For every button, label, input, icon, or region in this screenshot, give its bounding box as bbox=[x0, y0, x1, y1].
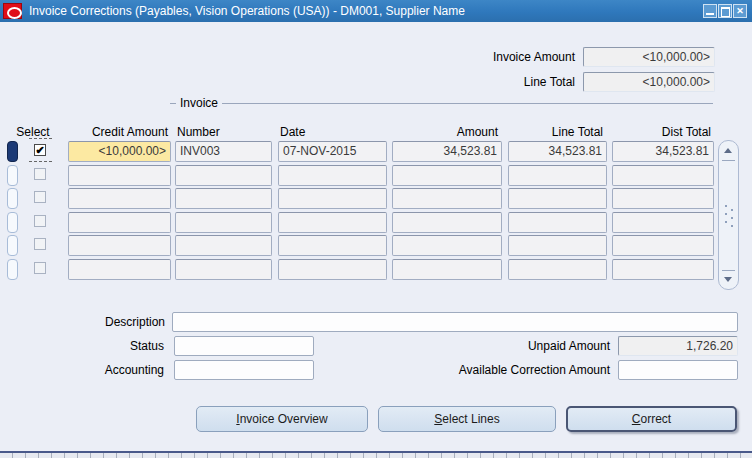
amount-cell[interactable] bbox=[392, 165, 502, 186]
scrollbar-thumb-grip[interactable] bbox=[728, 215, 730, 217]
column-header-date: Date bbox=[280, 125, 305, 139]
select-checkbox[interactable] bbox=[34, 191, 46, 203]
record-indicator[interactable] bbox=[7, 212, 18, 233]
dist-total-cell[interactable] bbox=[612, 259, 714, 280]
line-total-cell[interactable] bbox=[508, 188, 607, 209]
table-row bbox=[0, 165, 752, 187]
invoice-corrections-window: Invoice Corrections (Payables, Vision Op… bbox=[0, 0, 752, 458]
minimize-button[interactable] bbox=[703, 4, 717, 18]
credit-amount-cell[interactable]: <10,000.00> bbox=[68, 141, 171, 162]
amount-cell[interactable] bbox=[392, 259, 502, 280]
scroll-down-icon[interactable] bbox=[724, 277, 732, 282]
amount-cell[interactable] bbox=[392, 212, 502, 233]
correct-button[interactable]: Correct bbox=[566, 406, 737, 432]
record-indicator[interactable] bbox=[7, 235, 18, 256]
invoice-number-cell[interactable] bbox=[175, 212, 272, 233]
invoice-frame-label: Invoice bbox=[176, 96, 222, 110]
table-row: ✔ <10,000.00> INV003 07-NOV-2015 34,523.… bbox=[0, 141, 752, 163]
invoice-amount-field: <10,000.00> bbox=[583, 47, 715, 67]
minimize-icon bbox=[706, 13, 714, 15]
record-indicator[interactable] bbox=[7, 165, 18, 186]
invoice-overview-button[interactable]: Invoice Overview bbox=[196, 406, 368, 432]
dist-total-cell[interactable] bbox=[612, 188, 714, 209]
oracle-ring bbox=[7, 7, 22, 19]
credit-amount-cell[interactable] bbox=[68, 212, 171, 233]
record-indicator[interactable] bbox=[7, 141, 18, 162]
accounting-field[interactable] bbox=[174, 360, 314, 380]
invoice-frame bbox=[170, 103, 713, 104]
select-checkbox[interactable]: ✔ bbox=[34, 144, 46, 156]
table-row bbox=[0, 235, 752, 257]
line-total-cell[interactable] bbox=[508, 165, 607, 186]
credit-amount-cell[interactable] bbox=[68, 235, 171, 256]
button-label: nvoice Overview bbox=[240, 412, 328, 426]
status-field[interactable] bbox=[174, 336, 314, 356]
title-bar: Invoice Corrections (Payables, Vision Op… bbox=[0, 0, 752, 22]
table-row bbox=[0, 259, 752, 281]
focus-dash-top bbox=[29, 138, 52, 140]
available-correction-amount-field bbox=[618, 360, 738, 380]
record-indicator[interactable] bbox=[7, 188, 18, 209]
oracle-logo-icon bbox=[3, 3, 22, 19]
line-total-cell[interactable]: 34,523.81 bbox=[508, 141, 607, 162]
credit-amount-cell[interactable] bbox=[68, 165, 171, 186]
line-total-cell[interactable] bbox=[508, 235, 607, 256]
line-total-field: <10,000.00> bbox=[583, 72, 715, 92]
scroll-up-icon[interactable] bbox=[724, 148, 732, 153]
invoice-date-cell[interactable] bbox=[278, 259, 387, 280]
invoice-number-cell[interactable] bbox=[175, 235, 272, 256]
invoice-number-cell[interactable] bbox=[175, 165, 272, 186]
amount-cell[interactable] bbox=[392, 235, 502, 256]
close-button[interactable]: ✕ bbox=[733, 4, 747, 18]
dist-total-cell[interactable] bbox=[612, 165, 714, 186]
invoice-date-cell[interactable] bbox=[278, 235, 387, 256]
column-header-dist-total: Dist Total bbox=[612, 125, 711, 139]
table-row bbox=[0, 188, 752, 210]
credit-amount-cell[interactable] bbox=[68, 188, 171, 209]
unpaid-amount-label: Unpaid Amount bbox=[420, 339, 610, 353]
invoice-number-cell[interactable] bbox=[175, 259, 272, 280]
invoice-date-cell[interactable] bbox=[278, 188, 387, 209]
available-correction-amount-label: Available Correction Amount bbox=[355, 363, 610, 377]
column-header-credit-amount: Credit Amount bbox=[68, 125, 168, 139]
status-label: Status bbox=[60, 339, 164, 353]
invoice-date-cell[interactable]: 07-NOV-2015 bbox=[278, 141, 387, 162]
select-lines-button[interactable]: Select Lines bbox=[378, 406, 556, 432]
invoice-date-cell[interactable] bbox=[278, 165, 387, 186]
accounting-label: Accounting bbox=[60, 363, 164, 377]
line-total-cell[interactable] bbox=[508, 259, 607, 280]
select-checkbox[interactable] bbox=[34, 215, 46, 227]
column-header-amount: Amount bbox=[392, 125, 498, 139]
description-field[interactable] bbox=[172, 312, 738, 332]
vertical-scrollbar[interactable] bbox=[718, 140, 739, 290]
window-title: Invoice Corrections (Payables, Vision Op… bbox=[29, 0, 465, 22]
maximize-button[interactable] bbox=[718, 4, 732, 18]
maximize-icon bbox=[721, 7, 730, 17]
button-label: orrect bbox=[640, 412, 671, 426]
line-total-cell[interactable] bbox=[508, 212, 607, 233]
dist-total-cell[interactable] bbox=[612, 212, 714, 233]
credit-amount-cell[interactable] bbox=[68, 259, 171, 280]
dist-total-cell[interactable] bbox=[612, 235, 714, 256]
invoice-number-cell[interactable] bbox=[175, 188, 272, 209]
description-label: Description bbox=[60, 315, 165, 329]
scrollbar-divider bbox=[722, 160, 735, 161]
select-checkbox[interactable] bbox=[34, 262, 46, 274]
button-label: elect Lines bbox=[442, 412, 499, 426]
invoice-date-cell[interactable] bbox=[278, 212, 387, 233]
select-checkbox[interactable] bbox=[34, 238, 46, 250]
select-checkbox[interactable] bbox=[34, 168, 46, 180]
column-header-line-total: Line Total bbox=[508, 125, 603, 139]
column-header-select: Select bbox=[10, 125, 56, 139]
background-strip bbox=[0, 453, 752, 458]
unpaid-amount-field: 1,726.20 bbox=[618, 336, 738, 356]
record-indicator[interactable] bbox=[7, 259, 18, 280]
scrollbar-divider bbox=[722, 270, 735, 271]
invoice-number-cell[interactable]: INV003 bbox=[175, 141, 272, 162]
amount-cell[interactable] bbox=[392, 188, 502, 209]
dist-total-cell[interactable]: 34,523.81 bbox=[612, 141, 714, 162]
line-total-label: Line Total bbox=[420, 75, 575, 89]
column-header-number: Number bbox=[177, 125, 220, 139]
amount-cell[interactable]: 34,523.81 bbox=[392, 141, 502, 162]
table-row bbox=[0, 212, 752, 234]
